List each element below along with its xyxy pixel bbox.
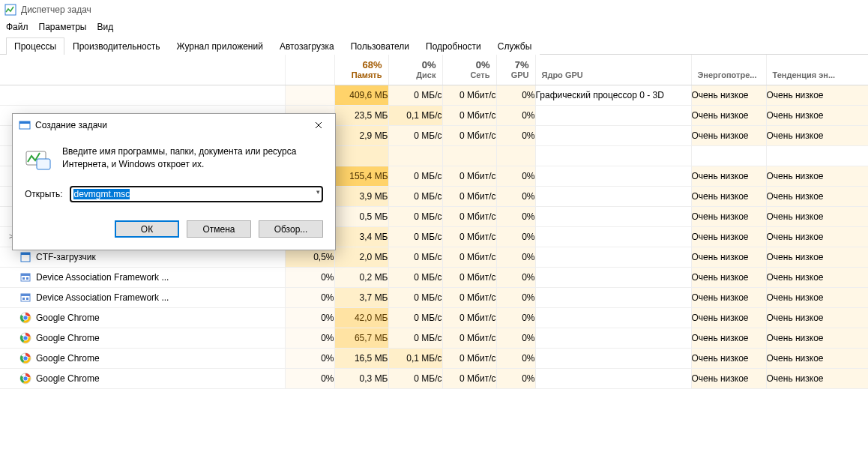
- cell-gpu-core: [535, 368, 691, 388]
- svg-rect-18: [22, 277, 25, 280]
- cell-network: 0 Мбит/с: [442, 166, 496, 186]
- col-power[interactable]: Энергопотре...: [691, 55, 766, 85]
- cell-network: 0 Мбит/с: [442, 267, 496, 287]
- tab-processes[interactable]: Процессы: [6, 37, 64, 55]
- tab-performance[interactable]: Производительность: [64, 37, 168, 55]
- cell-gpu: 0%: [496, 267, 535, 287]
- col-gpu-core[interactable]: Ядро GPU: [535, 55, 691, 85]
- process-icon: [19, 352, 31, 364]
- process-icon: [19, 292, 31, 304]
- ok-button[interactable]: ОК: [115, 220, 179, 238]
- cell-gpu-core: [535, 166, 691, 186]
- table-row[interactable]: Google Chrome0%0,3 МБ0 МБ/с0 Мбит/с0%Оче…: [0, 368, 868, 388]
- table-row[interactable]: 409,6 МБ0 МБ/с0 Мбит/с0%Графический проц…: [0, 85, 868, 105]
- col-name[interactable]: [0, 55, 285, 85]
- cell-network: 0 Мбит/с: [442, 85, 496, 105]
- cell-power-trend: Очень низкое: [766, 267, 868, 287]
- process-icon: [19, 332, 31, 344]
- process-name: Google Chrome: [36, 353, 100, 364]
- cell-power-trend: Очень низкое: [766, 368, 868, 388]
- svg-rect-23: [26, 298, 28, 300]
- menu-file[interactable]: Файл: [6, 22, 28, 32]
- process-name: CTF-загрузчик: [36, 252, 96, 262]
- cell-memory: 2,9 МБ: [334, 125, 388, 145]
- cell-network: 0 Мбит/с: [442, 186, 496, 206]
- table-row[interactable]: Device Association Framework ...0%0,2 МБ…: [0, 267, 868, 287]
- cell-power-trend: Очень низкое: [766, 125, 868, 145]
- cell-gpu: 0%: [496, 226, 535, 247]
- table-row[interactable]: Google Chrome0%65,7 МБ0 МБ/с0 Мбит/с0%Оч…: [0, 328, 868, 348]
- cell-disk: 0 МБ/с: [388, 206, 442, 226]
- cell-disk: 0,1 МБ/с: [388, 105, 442, 125]
- process-icon: [19, 251, 31, 263]
- cell-power: Очень низкое: [691, 307, 766, 328]
- menu-view[interactable]: Вид: [97, 22, 113, 32]
- col-power-trend[interactable]: Тенденция эн...: [766, 55, 868, 85]
- cell-disk: 0,1 МБ/с: [388, 348, 442, 368]
- col-disk[interactable]: 0% Диск: [388, 55, 442, 85]
- table-row[interactable]: Device Association Framework ...0%3,7 МБ…: [0, 287, 868, 307]
- cell-disk: 0 МБ/с: [388, 328, 442, 348]
- table-row[interactable]: Google Chrome0%42,0 МБ0 МБ/с0 Мбит/с0%Оч…: [0, 307, 868, 328]
- cell-memory: 65,7 МБ: [334, 328, 388, 348]
- cell-memory: 409,6 МБ: [334, 85, 388, 105]
- cell-network: 0 Мбит/с: [442, 226, 496, 247]
- cell-cpu: 0%: [285, 368, 334, 388]
- cell-gpu: 0%: [496, 125, 535, 145]
- menu-params[interactable]: Параметры: [39, 22, 87, 32]
- open-input[interactable]: [70, 186, 323, 202]
- cell-cpu: 0%: [285, 267, 334, 287]
- browse-button[interactable]: Обзор...: [259, 220, 323, 238]
- menubar: Файл Параметры Вид: [0, 19, 868, 34]
- cell-power: Очень низкое: [691, 348, 766, 368]
- cell-power-trend: Очень низкое: [766, 247, 868, 267]
- cell-gpu: 0%: [496, 105, 535, 125]
- cell-power-trend: Очень низкое: [766, 328, 868, 348]
- run-icon: [25, 145, 52, 172]
- dialog-titlebar[interactable]: Создание задачи: [13, 114, 335, 136]
- cell-gpu-core: [535, 348, 691, 368]
- cell-power-trend: Очень низкое: [766, 348, 868, 368]
- col-cpu[interactable]: [285, 55, 334, 85]
- cancel-button[interactable]: Отмена: [187, 220, 251, 238]
- col-network[interactable]: 0% Сеть: [442, 55, 496, 85]
- svg-rect-22: [22, 298, 25, 300]
- cell-disk: 0 МБ/с: [388, 267, 442, 287]
- tab-app-history[interactable]: Журнал приложений: [169, 37, 271, 55]
- cell-cpu: 0%: [285, 287, 334, 307]
- tab-startup[interactable]: Автозагрузка: [271, 37, 343, 55]
- cell-cpu: 0%: [285, 348, 334, 368]
- open-label: Открыть:: [25, 189, 62, 199]
- tab-services[interactable]: Службы: [489, 37, 540, 55]
- cell-gpu: 0%: [496, 85, 535, 105]
- cell-power: Очень низкое: [691, 206, 766, 226]
- cell-network: 0 Мбит/с: [442, 247, 496, 267]
- cell-gpu: 0%: [496, 247, 535, 267]
- process-icon: [19, 312, 31, 324]
- svg-point-29: [23, 335, 28, 340]
- close-button[interactable]: [302, 114, 335, 136]
- tab-details[interactable]: Подробности: [418, 37, 489, 55]
- cell-gpu: 0%: [496, 328, 535, 348]
- cell-gpu-core: [535, 125, 691, 145]
- table-row[interactable]: Google Chrome0%16,5 МБ0,1 МБ/с0 Мбит/с0%…: [0, 348, 868, 368]
- process-name: Google Chrome: [36, 333, 100, 343]
- cell-network: 0 Мбит/с: [442, 206, 496, 226]
- tab-users[interactable]: Пользователи: [343, 37, 418, 55]
- dialog-title: Создание задачи: [35, 120, 107, 130]
- cell-power-trend: Очень низкое: [766, 166, 868, 186]
- open-combobox[interactable]: ▾: [70, 186, 323, 202]
- svg-rect-17: [21, 274, 30, 276]
- cell-power: Очень низкое: [691, 328, 766, 348]
- cell-power-trend: Очень низкое: [766, 307, 868, 328]
- cell-gpu: 0%: [496, 166, 535, 186]
- col-gpu[interactable]: 7% GPU: [496, 55, 535, 85]
- window-title: Диспетчер задач: [21, 4, 91, 15]
- col-memory[interactable]: 68% Память: [334, 55, 388, 85]
- cell-gpu: 0%: [496, 206, 535, 226]
- cell-power: Очень низкое: [691, 226, 766, 247]
- process-name: Device Association Framework ...: [36, 272, 169, 283]
- cell-gpu: 0%: [496, 368, 535, 388]
- cell-network: 0 Мбит/с: [442, 307, 496, 328]
- cell-power: Очень низкое: [691, 247, 766, 267]
